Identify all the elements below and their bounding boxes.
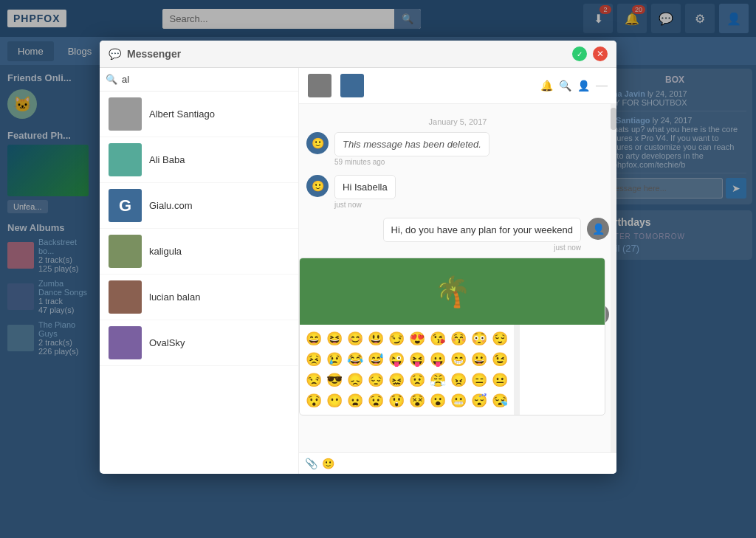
emoji-2-0[interactable]: 😒: [304, 370, 323, 390]
chat-icons: 🔔 🔍 👤 —: [540, 79, 608, 92]
emoji-1-9[interactable]: 😉: [490, 350, 509, 369]
chat-other-avatar: [308, 74, 331, 97]
messenger-close-button[interactable]: ✕: [593, 46, 608, 61]
emoji-3-7[interactable]: 😬: [449, 391, 468, 410]
emoji-2-9[interactable]: 😐: [490, 370, 509, 390]
menu-icon: —: [596, 79, 608, 92]
emoji-1-8[interactable]: 😀: [470, 350, 489, 369]
contact-name-4: lucian balan: [149, 292, 200, 303]
contact-name-1: Ali Baba: [149, 154, 185, 165]
msg-row-0: 🙂 This message has been deleted. 59 minu…: [306, 132, 609, 166]
msg-content-1: Hi Isabella just now: [334, 175, 396, 209]
emoji-1-7[interactable]: 😁: [449, 350, 468, 369]
emoji-0-4[interactable]: 😏: [387, 329, 406, 348]
emoji-1-3[interactable]: 😅: [366, 350, 385, 369]
emoji-3-0[interactable]: 😯: [304, 391, 323, 410]
emoji-0-0[interactable]: 😄: [304, 329, 323, 348]
msg-avatar-1: 🙂: [306, 175, 329, 197]
contact-avatar-5: [109, 326, 142, 359]
msg-avatar-2: 👤: [587, 218, 609, 240]
messenger-chat-icon: 💬: [109, 48, 121, 60]
bell-icon[interactable]: 🔔: [540, 80, 553, 92]
emoji-3-9[interactable]: 😪: [490, 391, 509, 410]
messenger-minimize-button[interactable]: ✓: [572, 46, 587, 61]
emoji-0-5[interactable]: 😍: [408, 329, 427, 348]
emoji-1-6[interactable]: 😛: [428, 350, 447, 369]
msg-avatar-0: 🙂: [306, 132, 329, 154]
msg-bubble-2: Hi, do you have any plan for your weeken…: [383, 218, 581, 242]
emoji-grid: 😄 😆 😊 😃 😏 😍 😘 😚 😳 😌 😣 😢: [300, 325, 514, 415]
emoji-0-7[interactable]: 😚: [449, 329, 468, 348]
messenger-chat-panel: 🔔 🔍 👤 — January 5, 2017 🙂 This message h…: [299, 68, 616, 474]
emoji-picker: 🌴 😄 😆 😊 😃 😏 😍 😘 😚 😳 😌: [299, 258, 605, 415]
msg-content-2: Hi, do you have any plan for your weeken…: [383, 218, 581, 252]
contact-name-5: OvalSky: [149, 337, 185, 348]
emoji-3-8[interactable]: 😴: [470, 391, 489, 410]
contact-name-2: Gialu.com: [149, 200, 193, 211]
emoji-3-3[interactable]: 😧: [366, 391, 385, 410]
emoji-toggle-icon[interactable]: 🙂: [322, 458, 334, 469]
emoji-0-6[interactable]: 😘: [428, 329, 447, 348]
emoji-2-7[interactable]: 😠: [449, 370, 468, 390]
emoji-3-4[interactable]: 😲: [387, 391, 406, 410]
contact-avatar-4: [109, 280, 142, 314]
emoji-2-3[interactable]: 😔: [366, 370, 385, 390]
msg-time-1: just now: [334, 201, 396, 209]
contact-avatar-1: [109, 143, 142, 176]
contact-item-4[interactable]: lucian balan: [100, 275, 298, 320]
emoji-2-2[interactable]: 😞: [346, 370, 365, 390]
emoji-1-1[interactable]: 😢: [325, 350, 344, 369]
date-separator: January 5, 2017: [306, 117, 609, 126]
emoji-0-1[interactable]: 😆: [325, 329, 344, 348]
attachment-icon[interactable]: 📎: [305, 458, 317, 469]
emoji-0-3[interactable]: 😃: [366, 329, 385, 348]
msg-bubble-0: This message has been deleted.: [334, 132, 489, 156]
emoji-1-2[interactable]: 😂: [346, 350, 365, 369]
contact-name-0: Albert Santiago: [149, 108, 215, 120]
chat-input-area: 📎 🙂: [299, 452, 616, 474]
msg-time-2: just now: [383, 244, 581, 252]
emoji-2-6[interactable]: 😤: [428, 370, 447, 390]
emoji-0-9[interactable]: 😌: [490, 329, 509, 348]
contact-item-3[interactable]: kaligula: [100, 229, 298, 275]
search-icon: 🔍: [106, 74, 117, 85]
contact-avatar-2: G: [109, 189, 142, 222]
emoji-1-5[interactable]: 😝: [408, 350, 427, 369]
emoji-3-6[interactable]: 😮: [428, 391, 447, 410]
contact-avatar-3: [109, 235, 142, 268]
chat-self-avatar: [340, 74, 364, 97]
messenger-title: Messenger: [127, 48, 566, 60]
contact-item-5[interactable]: OvalSky: [100, 320, 298, 366]
emoji-0-2[interactable]: 😊: [346, 329, 365, 348]
contact-name-3: kaligula: [149, 246, 182, 257]
emoji-3-2[interactable]: 😦: [346, 391, 365, 410]
emoji-2-1[interactable]: 😎: [325, 370, 344, 390]
msg-bubble-1: Hi Isabella: [334, 175, 396, 199]
emoji-2-4[interactable]: 😖: [387, 370, 406, 390]
messenger-modal: 💬 Messenger ✓ ✕ 🔍 Albert Santiago Ali Ba…: [100, 41, 616, 474]
add-user-icon[interactable]: 👤: [577, 80, 590, 92]
contact-avatar-0: [109, 97, 142, 131]
messenger-header: 💬 Messenger ✓ ✕: [100, 41, 616, 68]
emoji-3-1[interactable]: 😶: [325, 391, 344, 410]
chat-messages: January 5, 2017 🙂 This message has been …: [299, 104, 616, 452]
emoji-2-5[interactable]: 😟: [408, 370, 427, 390]
contact-list: Albert Santiago Ali Baba G Gialu.com kal…: [100, 92, 298, 474]
emoji-1-0[interactable]: 😣: [304, 350, 323, 369]
emoji-2-8[interactable]: 😑: [470, 370, 489, 390]
emoji-0-8[interactable]: 😳: [470, 329, 489, 348]
messenger-contact-panel: 🔍 Albert Santiago Ali Baba G Gialu.com: [100, 68, 299, 474]
emoji-grid-container: 😄 😆 😊 😃 😏 😍 😘 😚 😳 😌 😣 😢: [300, 325, 605, 415]
emoji-3-5[interactable]: 😵: [408, 391, 427, 410]
contact-item-1[interactable]: Ali Baba: [100, 137, 298, 183]
emoji-scrollbar[interactable]: [514, 325, 520, 415]
chat-scrollbar[interactable]: [611, 104, 616, 452]
contact-item-0[interactable]: Albert Santiago: [100, 92, 298, 137]
search-chat-icon[interactable]: 🔍: [559, 80, 571, 92]
messenger-search-area: 🔍: [100, 68, 298, 92]
messenger-search-input[interactable]: [122, 74, 292, 85]
msg-row-1: 🙂 Hi Isabella just now: [306, 175, 609, 209]
emoji-1-4[interactable]: 😜: [387, 350, 406, 369]
msg-time-0: 59 minutes ago: [334, 158, 489, 166]
contact-item-2[interactable]: G Gialu.com: [100, 183, 298, 229]
